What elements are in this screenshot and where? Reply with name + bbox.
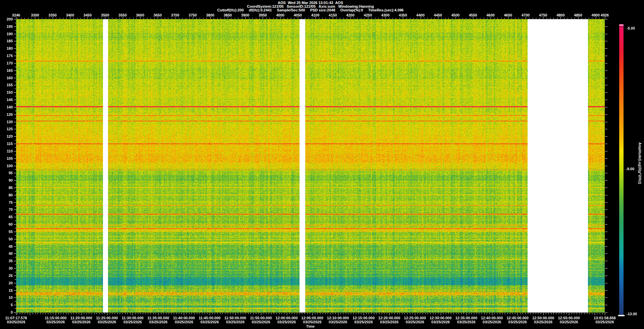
record-axis-label: 4600 [486, 13, 494, 17]
time-text: 12:20:00.000 [378, 316, 400, 320]
date-text: 03/25/2026 [224, 320, 246, 324]
record-axis-label: 3700 [171, 13, 179, 17]
record-axis-label: 4150 [329, 13, 337, 17]
time-text: 12:55:00.000 [558, 316, 580, 320]
record-axis-label: 3400 [66, 13, 74, 17]
freq-axis-label: 145 [1, 98, 13, 102]
time-text: 11:45:00.000 [199, 316, 221, 320]
record-axis-label: 4250 [364, 13, 372, 17]
date-text: 03/25/2026 [353, 320, 374, 324]
time-text: 13:01:58.858 [594, 316, 615, 320]
date-text: 03/25/2026 [430, 320, 451, 324]
time-axis-label: 11:15:00.00003/25/2026 [45, 316, 67, 324]
record-axis-label: 3350 [48, 13, 56, 17]
time-text: 11:35:00.000 [148, 316, 169, 320]
time-axis-label: 11:45:00.00003/25/2026 [199, 316, 221, 324]
time-axis-label: 12:30:00.00003/25/2026 [430, 316, 451, 324]
date-text: 03/25/2026 [327, 320, 349, 324]
freq-axis-label: 185 [1, 39, 13, 43]
time-axis-label: 11:30:00.00003/25/2026 [122, 316, 144, 324]
record-axis-label: 4200 [346, 13, 354, 17]
record-axis-label: 4050 [294, 13, 302, 17]
record-axis-label: 3950 [259, 13, 267, 17]
date-text: 03/25/2026 [148, 320, 169, 324]
date-text: 03/25/2026 [532, 320, 554, 324]
colorbar-label-mid: -9.00 [626, 167, 634, 171]
freq-axis-label: 30 [1, 266, 13, 270]
date-text: 03/25/2026 [404, 320, 426, 324]
time-text: 11:50:00.000 [224, 316, 246, 320]
record-axis-label: 4500 [451, 13, 460, 17]
freq-axis-label: 70 [1, 207, 13, 211]
time-axis-label: 12:35:00.00003/25/2026 [455, 316, 477, 324]
date-text: 03/25/2026 [45, 320, 67, 324]
date-text: 03/25/2026 [506, 320, 528, 324]
freq-axis-label: 75 [1, 200, 13, 204]
time-axis-label: 12:05:00.00003/25/2026 [301, 316, 323, 324]
time-text: 12:15:00.000 [353, 316, 374, 320]
record-axis-label: 3500 [101, 13, 109, 17]
freq-axis-label: 15 [1, 288, 13, 292]
freq-axis-label: 170 [1, 61, 13, 65]
time-axis-label: 12:10:00.00003/25/2026 [327, 316, 349, 324]
time-axis-label: 12:25:00.00003/25/2026 [404, 316, 426, 324]
time-text: 11:55:00.000 [250, 316, 272, 320]
record-axis-label: 3900 [241, 13, 249, 17]
freq-axis-label: 25 [1, 274, 13, 278]
time-axis-label: 11:50:00.00003/25/2026 [224, 316, 246, 324]
record-axis-label: 4300 [381, 13, 389, 17]
record-axis-label: 4850 [574, 13, 582, 17]
colorbar-underline [618, 315, 625, 316]
time-axis-label: 12:40:00.00003/25/2026 [481, 316, 503, 324]
time-text: 12:40:00.000 [481, 316, 503, 320]
record-axis-label: 3246 [12, 13, 20, 17]
time-text: 11:30:00.000 [122, 316, 144, 320]
spectrogram-canvas[interactable] [16, 19, 605, 313]
freq-axis-label: 115 [1, 142, 13, 146]
freq-axis-label: 55 [1, 230, 13, 234]
freq-axis-label: 10 [1, 295, 13, 299]
date-text: 03/25/2026 [70, 320, 92, 324]
time-axis-label: 12:55:00.00003/25/2026 [558, 316, 580, 324]
date-text: 03/25/2026 [173, 320, 195, 324]
time-axis-label: 12:50:00.00003/25/2026 [532, 316, 554, 324]
freq-axis-label: 130 [1, 120, 13, 124]
freq-axis-label: 100 [1, 164, 13, 168]
date-text: 03/25/2026 [301, 320, 323, 324]
freq-axis-label: 140 [1, 105, 13, 109]
time-axis-label: 11:07:17.57803/25/2026 [5, 316, 27, 324]
time-axis-title: Time [16, 324, 605, 328]
date-text: 03/25/2026 [558, 320, 580, 324]
freq-axis-label: 125 [1, 127, 13, 131]
freq-axis-label: 175 [1, 54, 13, 58]
record-axis-label: 4400 [416, 13, 424, 17]
time-text: 12:05:00.000 [301, 316, 323, 320]
freq-axis-label: 5 [1, 303, 13, 307]
freq-axis-label: 35 [1, 259, 13, 263]
time-text: 12:45:00.000 [506, 316, 528, 320]
record-axis-label: 4350 [399, 13, 407, 17]
freq-axis-label: 135 [1, 112, 13, 116]
freq-axis-label: 165 [1, 68, 13, 73]
date-text: 03/25/2026 [5, 320, 27, 324]
freq-axis-label: 120 [1, 134, 13, 138]
time-text: 11:15:00.000 [45, 316, 67, 320]
date-text: 03/25/2026 [481, 320, 503, 324]
record-axis-label: 4750 [539, 13, 547, 17]
time-text: 11:40:00.000 [173, 316, 195, 320]
time-axis-label: 11:40:00.00003/25/2026 [173, 316, 195, 324]
record-axis-label: 4100 [311, 13, 319, 17]
colorbar-label-max: -5.00 [627, 26, 635, 30]
date-text: 03/25/2026 [378, 320, 400, 324]
date-text: 03/25/2026 [96, 320, 118, 324]
date-text: 03/25/2026 [455, 320, 477, 324]
freq-axis-label: 160 [1, 76, 13, 80]
freq-axis-label: 65 [1, 215, 13, 219]
time-axis-label: 11:20:00.00003/25/2026 [70, 316, 92, 324]
record-axis-label: 3450 [84, 13, 92, 17]
freq-axis-label: 80 [1, 193, 13, 197]
freq-axis-label: 0 [1, 310, 13, 314]
freq-axis-label: 110 [1, 149, 13, 153]
time-text: 11:07:17.578 [5, 316, 27, 320]
time-text: 12:25:00.000 [404, 316, 426, 320]
